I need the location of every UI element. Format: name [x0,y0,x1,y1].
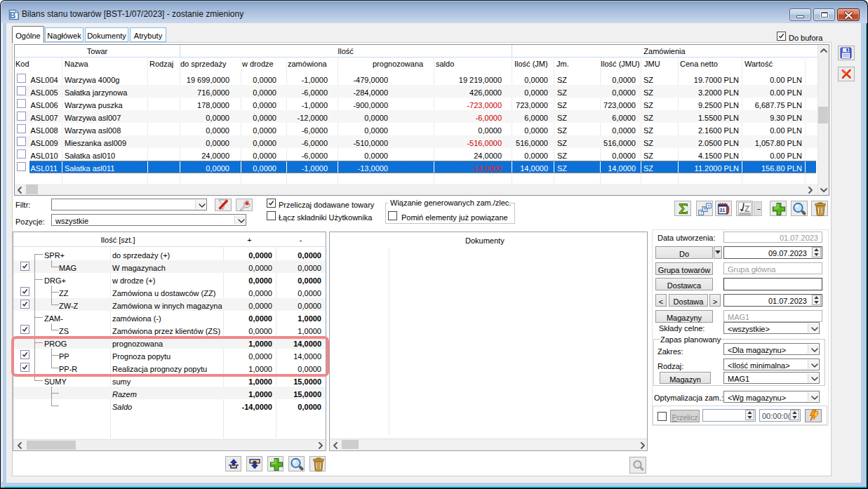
svg-text:31: 31 [719,207,725,213]
svg-text:Z: Z [745,204,749,214]
svg-text:T: T [707,204,710,208]
svg-text:T: T [704,207,707,211]
svg-text:T: T [700,210,703,215]
svg-text:B: B [10,11,16,20]
